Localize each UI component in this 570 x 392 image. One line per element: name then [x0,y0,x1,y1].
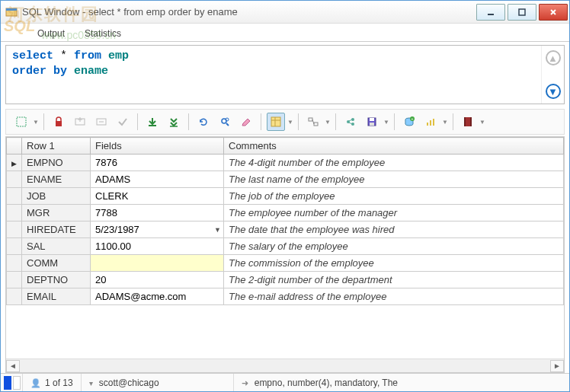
scroll-down-button[interactable]: ▼ [546,84,561,99]
svg-rect-21 [309,118,312,121]
field-name-cell[interactable]: ENAME [22,171,91,188]
select-dropdown[interactable]: ▼ [34,119,38,126]
table-row[interactable]: COMMThe commission of the employee [7,255,564,272]
add-row-icon[interactable] [71,113,89,131]
row-marker[interactable] [7,238,22,255]
app-icon [5,6,18,18]
row-marker[interactable] [7,221,22,238]
db-add-icon[interactable]: + [400,113,418,131]
svg-line-16 [226,123,229,126]
field-name-cell[interactable]: JOB [22,188,91,205]
sql-bg-icon: SQL [4,18,35,35]
svg-rect-18 [271,117,280,126]
scroll-up-button[interactable]: ▲ [546,50,561,65]
row-marker[interactable] [7,171,22,188]
comment-cell: The 4-digit number of the employee [224,155,564,171]
field-value-cell[interactable]: 1100.00 [91,238,224,255]
arrow-icon [242,378,251,388]
chart-dropdown[interactable]: ▼ [443,119,447,126]
comment-cell: The salary of the employee [224,238,564,255]
horizontal-scrollbar[interactable]: ◄ ► [6,359,564,372]
table-row[interactable]: EMAILADAMS@acme.comThe e-mail address of… [7,288,564,305]
refresh-icon[interactable] [194,113,213,131]
tab-statistics[interactable]: Statistics [78,26,127,41]
fetch-next-icon[interactable] [143,113,162,131]
field-value-cell[interactable]: CLERK [91,188,224,205]
single-record-view-icon[interactable] [267,113,285,131]
field-value-cell[interactable] [91,255,224,272]
view-dropdown[interactable]: ▼ [288,119,293,126]
svg-rect-40 [470,117,472,126]
field-value-cell[interactable]: ADAMS [91,171,224,188]
field-name-cell[interactable]: SAL [22,238,91,255]
row-marker[interactable] [7,255,22,272]
svg-rect-3 [519,9,525,15]
table-row[interactable]: ENAMEADAMSThe last name of the employee [7,171,564,188]
field-value-cell[interactable]: 7876 [91,155,224,171]
col-fields[interactable]: Fields [91,138,224,155]
row-marker[interactable] [7,272,22,288]
linked-dropdown[interactable]: ▼ [325,119,330,126]
field-name-cell[interactable]: MGR [22,205,91,221]
field-value-cell[interactable]: 20 [91,272,224,288]
save-icon[interactable] [363,113,381,131]
svg-rect-35 [427,123,428,126]
row-marker[interactable] [7,205,22,221]
svg-line-23 [312,120,314,124]
comment-cell: The e-mail address of the employee [224,288,564,305]
linked-query-icon[interactable] [304,113,322,131]
field-value-cell[interactable]: 5/23/1987▼ [91,221,224,238]
svg-rect-6 [17,117,26,126]
status-indicator-white [13,376,21,390]
export-icon[interactable] [341,113,360,131]
minimize-button[interactable] [476,4,505,21]
field-name-cell[interactable]: EMPNO [22,155,91,171]
field-name-cell[interactable]: EMAIL [22,288,91,305]
row-marker[interactable] [7,155,22,171]
col-marker[interactable] [7,138,22,155]
field-name-cell[interactable]: COMM [22,255,91,272]
find-icon[interactable] [216,113,234,131]
table-row[interactable]: MGR7788The employee number of the manage… [7,205,564,221]
tab-output[interactable]: Output [31,26,71,41]
sql-text[interactable]: select * from emp order by ename [6,46,541,104]
sql-window: SQL Window - select * from emp order by … [0,0,570,392]
scroll-right-icon[interactable]: ► [550,360,564,372]
fetch-all-icon[interactable] [165,113,183,131]
film-dropdown[interactable]: ▼ [480,119,485,126]
table-row[interactable]: JOBCLERKThe job of the employee [7,188,564,205]
film-icon[interactable] [459,113,477,131]
table-row[interactable]: DEPTNO20The 2-digit number of the depart… [7,272,564,288]
save-dropdown[interactable]: ▼ [384,119,389,126]
row-marker[interactable] [7,188,22,205]
tab-bar: SQL Output Statistics [1,24,569,42]
date-dropdown-icon[interactable]: ▼ [214,226,221,234]
select-icon[interactable] [12,113,30,131]
field-name-cell[interactable]: DEPTNO [22,272,91,288]
delete-row-icon[interactable] [92,113,110,131]
svg-rect-22 [314,123,318,126]
scroll-left-icon[interactable]: ◄ [6,360,20,372]
table-row[interactable]: HIREDATE5/23/1987▼The date that the empl… [7,221,564,238]
close-button[interactable] [539,4,568,21]
lock-icon[interactable] [50,113,68,131]
field-value-cell[interactable]: ADAMS@acme.com [91,288,224,305]
status-connection[interactable]: scott@chicago [82,374,234,391]
col-row[interactable]: Row 1 [22,138,91,155]
svg-rect-39 [464,117,466,126]
clear-icon[interactable] [237,113,255,131]
chart-icon[interactable] [421,113,440,131]
commit-icon[interactable] [114,113,132,131]
maximize-button[interactable] [508,4,536,21]
field-name-cell[interactable]: HIREDATE [22,221,91,238]
table-row[interactable]: SAL1100.00The salary of the employee [7,238,564,255]
comment-cell: The employee number of the manager [224,205,564,221]
status-indicator-blue [4,376,11,390]
svg-rect-7 [56,121,62,126]
svg-rect-37 [433,119,434,126]
table-row[interactable]: EMPNO7876The 4-digit number of the emplo… [7,155,564,171]
sql-editor[interactable]: select * from emp order by ename ▲ ▼ [5,45,565,104]
col-comments[interactable]: Comments [224,138,564,155]
row-marker[interactable] [7,288,22,305]
field-value-cell[interactable]: 7788 [91,205,224,221]
